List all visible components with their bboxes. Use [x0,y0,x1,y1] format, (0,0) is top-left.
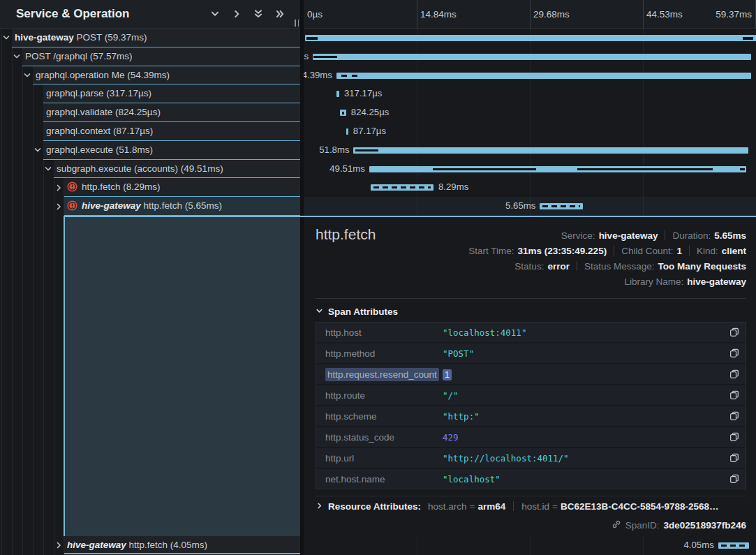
span-id-value: 3de02518937fb246 [663,520,746,531]
resource-attributes-title[interactable]: Resource Attributes: [328,501,421,512]
chevron-down-icon[interactable] [13,52,21,61]
copy-value-button[interactable] [726,390,743,400]
span-tree-row[interactable]: hive-gateway http.fetch (5.65ms) [64,197,300,216]
child-span-mark [341,75,347,77]
span-duration-bar[interactable] [718,542,749,549]
span-meta-line: Library Name:hive-gateway [468,274,746,289]
chevron-down-icon[interactable] [2,34,10,42]
copy-value-button[interactable] [726,348,743,358]
meta-value: 5.65ms [714,230,746,241]
span-duration-bar[interactable] [346,128,348,135]
meta-label: Status: [514,261,544,272]
meta-label: Start Time: [468,246,514,256]
attribute-value: 1 [443,369,726,380]
chevron-down-icon[interactable] [210,9,220,19]
span-duration-label: 8.29ms [438,178,468,197]
span-attribute-row[interactable]: http.host"localhost:4011" [316,323,746,342]
span-detail-title: http.fetch [316,226,376,243]
detail-divider [316,298,746,299]
resource-attributes-row: Resource Attributes: host.arch=arm64host… [316,496,746,517]
span-meta-line: Status:errorStatus Message:Too Many Requ… [468,258,746,274]
meta-separator [513,501,514,511]
span-attribute-row[interactable]: http.scheme"http:" [316,406,746,426]
attribute-key: net.host.name [316,474,443,484]
span-attributes-table: http.host"localhost:4011"http.method"POS… [316,322,746,489]
attribute-value: "http://localhost:4011/" [443,453,726,464]
meta-label: Service: [561,230,595,241]
attribute-key: http.route [316,390,443,401]
meta-label: Library Name: [624,276,683,287]
span-tree-row[interactable]: POST /graphql (57.57ms) [22,47,300,66]
span-meta-line: Service:hive-gatewayDuration:5.65ms [468,228,746,243]
copy-value-button[interactable] [726,369,743,379]
span-attribute-row[interactable]: http.request.resend_count1 [316,364,746,384]
meta-value: hive-gateway [687,276,746,287]
child-span-mark [342,112,345,114]
error-icon [67,199,77,216]
span-attributes-header[interactable]: Span Attributes [316,306,398,317]
span-tree-row[interactable]: hive-gateway POST (59.37ms) [12,29,300,47]
chevron-right-icon[interactable] [54,202,63,211]
attribute-value: 429 [443,432,726,443]
span-operation-label: graphql.operation Me (54.39ms) [36,70,170,80]
span-operation-label: subgraph.execute (accounts) (49.51ms) [57,163,223,174]
span-duration-label: 87.17µs [353,122,386,141]
meta-separator [614,246,614,256]
span-duration-bar[interactable] [305,35,756,41]
span-tree-row[interactable]: http.fetch (8.29ms) [64,178,300,197]
child-span-mark [352,75,357,77]
double-chevron-down-icon[interactable] [253,9,263,19]
child-span-mark [355,149,378,152]
span-tree-row[interactable]: graphql.context (87.17µs) [43,122,300,141]
meta-label: Duration: [672,230,711,241]
span-tree-row[interactable]: subgraph.execute (accounts) (49.51ms) [54,160,300,179]
attribute-value: "localhost:4011" [443,327,726,338]
span-attribute-row[interactable]: net.host.name"localhost" [316,469,746,489]
chevron-right-icon[interactable] [54,184,63,192]
span-meta: Service:hive-gatewayDuration:5.65msStart… [468,228,746,289]
copy-value-button[interactable] [726,432,743,442]
span-tree-row[interactable]: graphql.operation Me (54.39ms) [33,66,300,85]
indent-guide [33,29,34,555]
chevron-down-icon[interactable] [34,146,42,154]
chevron-right-icon[interactable] [316,501,323,512]
copy-value-button[interactable] [726,474,743,484]
span-attribute-row[interactable]: http.status_code429 [316,427,746,447]
copy-value-button[interactable] [726,411,743,421]
span-attribute-row[interactable]: http.method"POST" [316,343,746,363]
span-duration-bar[interactable] [336,73,751,79]
span-duration-bar[interactable] [540,203,583,209]
chevron-down-icon[interactable] [23,71,31,80]
span-duration-bar[interactable] [369,166,746,172]
span-tree-row[interactable]: graphql.parse (317.17µs) [43,84,300,103]
meta-value: client [722,246,746,256]
chevron-right-icon[interactable] [232,9,242,19]
span-attribute-row[interactable]: http.url"http://localhost:4011/" [316,448,746,468]
chevron-right-icon[interactable] [54,541,63,549]
span-id-label: SpanID: [625,520,660,531]
span-duration-bar[interactable] [371,184,433,191]
child-span-mark [542,205,580,207]
meta-value: hive-gateway [599,230,658,241]
span-service-name: hive-gateway [67,540,126,550]
span-tree-row[interactable]: graphql.validate (824.25µs) [43,103,300,122]
span-duration-bar[interactable] [336,91,339,97]
copy-value-button[interactable] [726,453,743,463]
span-tree-row[interactable]: graphql.execute (51.8ms) [43,141,300,160]
attribute-key: http.scheme [316,411,443,422]
span-tree-row[interactable]: hive-gateway http.fetch (4.05ms) [64,536,300,554]
timeline-tick-label: 0µs [307,0,323,29]
span-duration-label: 824.25µs [351,103,390,122]
span-duration-bar[interactable] [340,110,346,116]
attribute-key: http.host [316,327,443,338]
copy-value-button[interactable] [726,327,743,337]
chevron-down-icon[interactable] [44,165,52,173]
span-duration-bar[interactable] [353,147,748,154]
span-attribute-row[interactable]: http.route"/" [316,385,746,405]
span-duration-bar[interactable] [313,54,751,60]
span-duration-label: 49.51ms [329,160,365,179]
link-icon[interactable] [612,519,621,531]
double-chevron-right-icon[interactable] [275,9,285,19]
timeline-gridline [417,0,417,29]
timeline-gridline [755,0,756,29]
